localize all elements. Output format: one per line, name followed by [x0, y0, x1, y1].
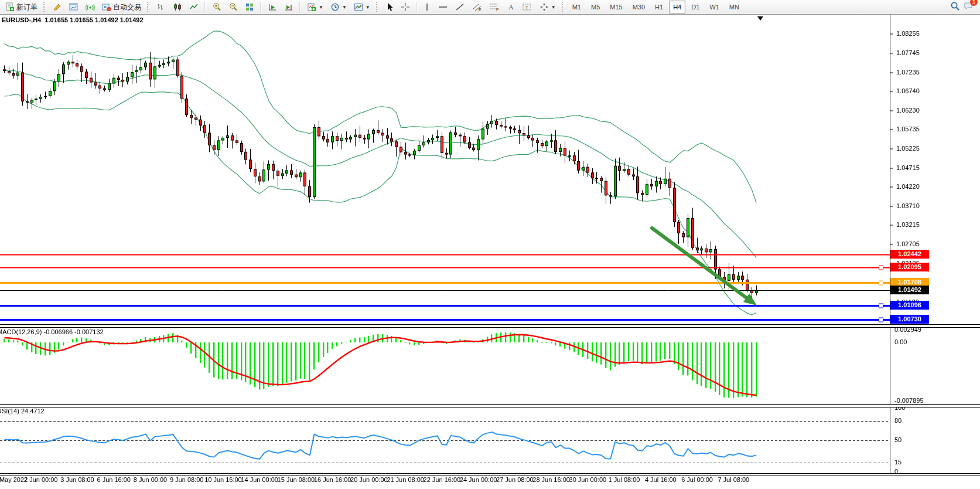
price-axis-tick: 1.07235	[896, 69, 920, 76]
scroll-end-marker-icon[interactable]	[757, 16, 763, 21]
hline-price-label: 1.01708	[890, 278, 929, 287]
chart-canvas[interactable]	[0, 0, 980, 489]
rsi-label: RSI(14) 24.4712	[0, 408, 45, 415]
mt4-window: 新订单 自动交易	[0, 0, 980, 489]
price-axis-tick: 1.05225	[896, 145, 920, 152]
hline-price-label: 1.00730	[890, 315, 929, 324]
time-axis-border	[0, 473, 980, 476]
current-price-label: 1.01492	[890, 286, 929, 294]
macd-scale-zero: 0.00	[894, 338, 907, 345]
price-axis-tick: 1.02705	[896, 240, 920, 247]
chart-symbol-period: EURUSD-,H4	[2, 16, 41, 23]
chart-title: EURUSD-,H4 1.01655 1.01655 1.01492 1.014…	[2, 16, 144, 23]
price-axis-tick: 1.06740	[896, 87, 920, 94]
rsi-scale-50: 50	[894, 436, 902, 443]
price-axis-tick: 1.06230	[896, 107, 920, 114]
price-axis-tick: 1.03215	[896, 221, 920, 228]
price-axis-tick: 1.03710	[896, 202, 920, 209]
rsi-scale-80: 80	[894, 417, 902, 424]
chart-ohlc-values: 1.01655 1.01655 1.01492 1.01492	[45, 16, 143, 23]
price-axis-tick: 1.05735	[896, 125, 920, 133]
price-axis-tick: 1.08255	[896, 30, 920, 37]
macd-scale-min: -0.007895	[894, 397, 924, 404]
hline-price-label: 1.02095	[890, 263, 929, 271]
time-axis-label: 7 Jul 08:00	[707, 476, 760, 483]
panel-separator[interactable]	[0, 324, 980, 328]
hline-price-label: 1.01096	[890, 301, 929, 310]
hline-price-label: 1.02442	[890, 250, 929, 259]
panel-separator[interactable]	[0, 404, 980, 408]
price-axis-tick: 1.07745	[896, 49, 920, 56]
price-axis-tick: 1.04220	[896, 183, 920, 190]
price-axis-tick: 1.04715	[896, 164, 920, 171]
macd-label: MACD(12,26,9) -0.006966 -0.007132	[0, 328, 104, 335]
rsi-scale-15: 15	[894, 459, 902, 466]
